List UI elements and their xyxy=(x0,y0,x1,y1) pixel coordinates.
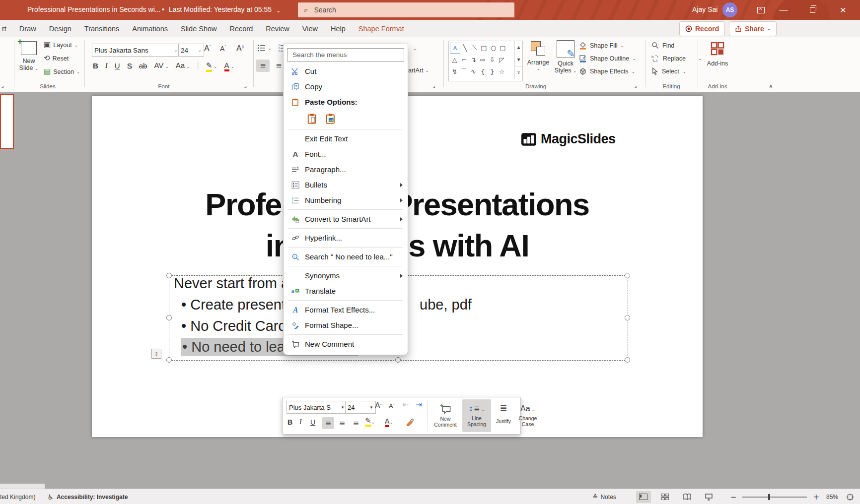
language-status[interactable]: ted Kingdom) xyxy=(0,494,35,501)
share-button[interactable]: Share ⌄ xyxy=(729,21,777,36)
zoom-slider[interactable] xyxy=(742,497,807,498)
mini-font-size-combo[interactable]: 24 ▼ xyxy=(345,401,376,414)
mini-change-case-button[interactable]: Aa ⌄ ChangeCase xyxy=(514,400,542,431)
shape-fill-button[interactable]: Shape Fill⌄ xyxy=(579,42,624,50)
selection-handle[interactable] xyxy=(166,357,172,363)
right-arrow-shape-icon[interactable]: ⇨ xyxy=(478,54,488,65)
slide-sorter-button[interactable] xyxy=(658,491,673,503)
find-button[interactable]: Find xyxy=(651,42,674,49)
mini-align-center-button[interactable]: ≡ xyxy=(336,417,348,429)
mini-align-left-button[interactable]: ≡ xyxy=(322,417,334,429)
close-button[interactable]: × xyxy=(832,0,854,20)
shape-effects-button[interactable]: Shape Effects⌄ xyxy=(579,67,635,75)
menu-item-new-comment[interactable]: New Comment xyxy=(284,336,408,352)
menu-item-paragraph[interactable]: ¶ Paragraph... xyxy=(284,162,408,177)
mini-font-name-combo[interactable]: Plus Jakarta S ▼ xyxy=(287,401,347,414)
selection-handle[interactable] xyxy=(166,315,172,320)
selection-handle[interactable] xyxy=(625,273,630,278)
mini-shrink-font-button[interactable]: Aˇ xyxy=(389,402,395,410)
clear-formatting-button[interactable]: A◊ xyxy=(236,44,244,53)
shrink-font-button[interactable]: Aˇ xyxy=(220,44,226,53)
mini-font-color-button[interactable]: A ⌄ xyxy=(385,417,393,427)
chevron-down-icon[interactable]: ⌄ xyxy=(413,46,417,51)
strikethrough-button[interactable]: ab xyxy=(139,62,147,70)
addins-button[interactable]: Add-ins xyxy=(705,41,730,67)
zoom-slider-thumb[interactable] xyxy=(768,494,770,500)
slideshow-button[interactable] xyxy=(702,491,717,503)
gallery-more-button[interactable]: ⊽ xyxy=(514,66,522,79)
user-name[interactable]: Ajay Sai xyxy=(692,5,717,13)
select-button[interactable]: Select⌄ xyxy=(651,67,686,75)
text-shadow-button[interactable]: S xyxy=(127,62,132,70)
left-brace-shape-icon[interactable]: { xyxy=(478,65,488,77)
tab-design[interactable]: Design xyxy=(43,25,78,33)
mini-decrease-indent-button[interactable]: ⇤ xyxy=(403,401,409,409)
paste-keep-formatting-button[interactable] xyxy=(305,112,319,126)
replace-button[interactable]: bc Replace⌄ xyxy=(651,55,702,63)
dialog-launcher-icon[interactable]: ⌟ xyxy=(1,83,7,88)
bold-button[interactable]: B xyxy=(93,62,98,70)
right-brace-shape-icon[interactable]: } xyxy=(488,65,497,77)
quick-styles-button[interactable]: ✎ Quick Styles ⌄ xyxy=(552,40,579,74)
minimize-button[interactable]: — xyxy=(773,0,794,20)
convert-smartart-button-partial[interactable]: artArt⌄ xyxy=(408,67,429,74)
document-title[interactable]: Professional Presentations in Seconds wi… xyxy=(27,5,160,13)
menu-item-cut[interactable]: Cut xyxy=(284,63,408,79)
record-button[interactable]: Record xyxy=(679,21,725,36)
fit-to-window-button[interactable] xyxy=(844,491,856,503)
menu-item-font[interactable]: A Font... xyxy=(284,146,408,162)
curve-shape-icon[interactable]: ∿ xyxy=(469,65,478,77)
normal-view-button[interactable] xyxy=(636,491,651,503)
selection-handle[interactable] xyxy=(625,357,630,363)
zoom-in-button[interactable]: + xyxy=(813,493,819,502)
grow-font-button[interactable]: Aˆ xyxy=(204,44,211,53)
ribbon-display-options-button[interactable] xyxy=(750,0,772,20)
section-button[interactable]: ▤Section⌄ xyxy=(44,68,80,75)
line-shape-icon[interactable]: ╲ xyxy=(460,42,470,54)
menu-item-numbering[interactable]: 123 Numbering xyxy=(284,192,408,208)
dialog-launcher-icon[interactable]: ⌟ xyxy=(244,83,250,88)
reset-button[interactable]: ⟲Reset xyxy=(44,55,69,62)
tab-draw[interactable]: Draw xyxy=(13,25,43,33)
shapes-gallery[interactable]: A ╲ ⟍ □ ○ ▢ △ ⌐ ↴ ⇨ ⇩ ◸ ↯ ⌒ ∿ { } ☆ ▲ xyxy=(448,41,523,81)
mini-underline-button[interactable]: U xyxy=(310,418,315,426)
notes-button[interactable]: Notes xyxy=(600,494,616,501)
tab-insert-partial[interactable]: rt xyxy=(0,25,13,33)
selection-handle[interactable] xyxy=(625,315,630,320)
mini-line-spacing-button[interactable]: ↕≣ ⌄ LineSpacing xyxy=(462,399,491,432)
reading-view-button[interactable] xyxy=(680,491,695,503)
last-modified-label[interactable]: Last Modified: Yesterday at 05:55 xyxy=(169,5,272,13)
character-spacing-button[interactable]: AV ⌄ xyxy=(154,61,168,70)
mini-increase-indent-button[interactable]: ⇥ xyxy=(416,401,422,409)
selection-handle[interactable] xyxy=(166,273,172,278)
layout-button[interactable]: ▣Layout⌄ xyxy=(44,41,78,49)
menu-item-hyperlink[interactable]: Hyperlink... xyxy=(284,230,408,246)
tab-review[interactable]: Review xyxy=(259,25,296,33)
menu-item-synonyms[interactable]: Synonyms xyxy=(284,268,408,283)
menu-item-format-shape[interactable]: Format Shape... xyxy=(284,317,408,333)
rounded-rectangle-shape-icon[interactable]: ▢ xyxy=(498,42,507,54)
shape-outline-button[interactable]: Shape Outline⌄ xyxy=(579,55,636,63)
titlebar-search[interactable]: ⌕ xyxy=(298,2,514,17)
tab-shape-format[interactable]: Shape Format xyxy=(352,25,411,33)
mini-align-right-button[interactable]: ≡ xyxy=(350,417,362,429)
align-left-button[interactable]: ≡ xyxy=(256,60,270,72)
collapse-ribbon-icon[interactable]: ∧ xyxy=(769,83,773,90)
mini-grow-font-button[interactable]: Aˆ xyxy=(375,401,382,410)
tab-animations[interactable]: Animations xyxy=(126,25,174,33)
star-shape-icon[interactable]: ☆ xyxy=(497,65,506,77)
dialog-launcher-icon[interactable]: ⌟ xyxy=(635,83,640,88)
tab-transitions[interactable]: Transitions xyxy=(78,25,126,33)
arrow-shape-icon[interactable]: ⟍ xyxy=(470,42,479,54)
tab-view[interactable]: View xyxy=(296,25,324,33)
tab-record[interactable]: Record xyxy=(223,25,260,33)
triangle-shape-icon[interactable]: △ xyxy=(450,54,459,65)
menu-search-input[interactable] xyxy=(291,51,400,59)
arrange-button[interactable]: Arrange ⌄ xyxy=(525,41,551,71)
rectangle-shape-icon[interactable]: □ xyxy=(479,42,489,54)
mini-new-comment-button[interactable]: NewComment xyxy=(430,400,461,431)
tab-help[interactable]: Help xyxy=(324,25,352,33)
mini-italic-button[interactable]: I xyxy=(299,418,302,426)
dialog-launcher-icon[interactable]: ⌟ xyxy=(433,83,438,88)
font-color-button[interactable]: A ⌄ xyxy=(224,61,234,70)
